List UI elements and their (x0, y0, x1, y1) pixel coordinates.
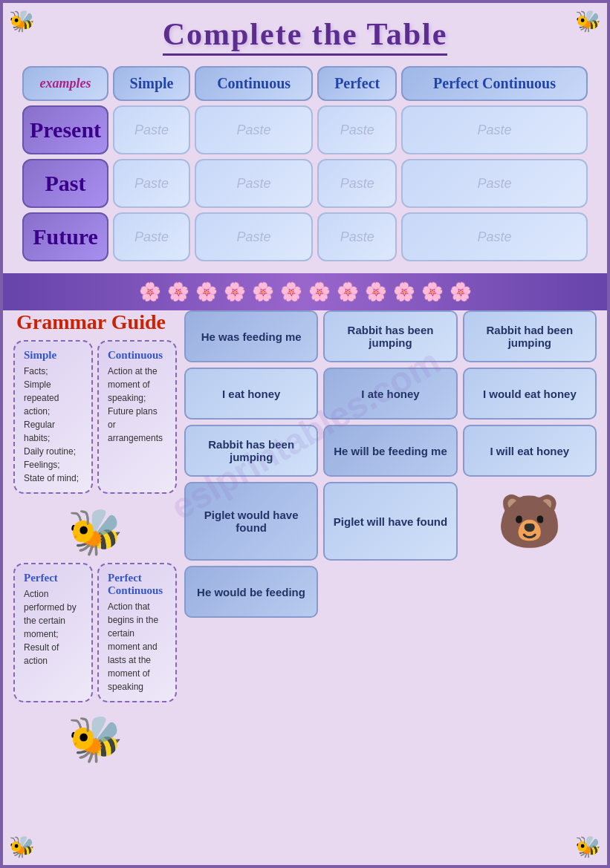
bee-icon-bl: 🐝 (9, 835, 35, 859)
bee-icon-tr: 🐝 (575, 9, 601, 33)
main-table: examples Simple Continuous Perfect Perfe… (18, 62, 592, 266)
grid-tile-9[interactable]: Piglet would have found (184, 482, 318, 561)
grid-tile-0[interactable]: He was feeding me (184, 310, 318, 362)
perfect-box-title: Perfect (24, 572, 82, 584)
row-label-future: Future (22, 212, 108, 261)
grid-tile-5[interactable]: I would eat honey (463, 368, 597, 420)
flower-icon: 🌸 (252, 281, 274, 302)
flower-icon: 🌸 (337, 281, 359, 302)
bee-icon-tl: 🐝 (9, 9, 35, 33)
future-perfect-continuous-cell[interactable]: Paste (401, 212, 588, 261)
grid-tile-2[interactable]: Rabbit had been jumping (463, 310, 597, 362)
guide-box-continuous: Continuous Action at the moment of speak… (97, 340, 177, 494)
future-simple-cell[interactable]: Paste (113, 212, 190, 261)
grid-tile-4[interactable]: I ate honey (323, 368, 457, 420)
grid-tile-1[interactable]: Rabbit has been jumping (323, 310, 457, 362)
flower-icon: 🌸 (224, 281, 246, 302)
pooh-bear-cell: 🐻 (463, 482, 597, 561)
perfect-box-content: Action performed by the certain moment;R… (24, 587, 82, 668)
past-continuous-cell[interactable]: Paste (195, 159, 313, 208)
present-simple-cell[interactable]: Paste (113, 105, 190, 154)
grid-tile-7[interactable]: He will be feeding me (323, 425, 457, 477)
present-perfect-cell[interactable]: Paste (317, 105, 397, 154)
examples-label: examples (22, 66, 108, 101)
present-continuous-cell[interactable]: Paste (195, 105, 313, 154)
title-section: Complete the Table (3, 3, 607, 62)
flower-icon: 🌸 (421, 281, 444, 302)
flower-icon: 🌸 (450, 281, 472, 302)
bee-icon-br: 🐝 (575, 835, 601, 859)
flower-icon: 🌸 (167, 281, 189, 302)
present-perfect-continuous-cell[interactable]: Paste (401, 105, 588, 154)
grammar-section: Grammar Guide Simple Facts;Simple repeat… (3, 310, 607, 780)
past-perfect-continuous-cell[interactable]: Paste (401, 159, 588, 208)
perfect-continuous-box-content: Action that begins in the certain moment… (108, 600, 166, 694)
guide-box-perfect: Perfect Action performed by the certain … (13, 563, 93, 702)
future-continuous-cell[interactable]: Paste (195, 212, 313, 261)
flower-icon: 🌸 (139, 281, 161, 302)
grid-tile-12[interactable]: He would be feeding (184, 566, 318, 618)
grammar-grid: He was feeding me Rabbit has been jumpin… (184, 310, 597, 561)
bee-character-image: 🐝 (13, 506, 177, 558)
future-perfect-cell[interactable]: Paste (317, 212, 397, 261)
top-table-wrapper: examples Simple Continuous Perfect Perfe… (3, 62, 607, 273)
header-continuous: Continuous (195, 66, 313, 101)
row-label-present: Present (22, 105, 108, 154)
grid-tile-10[interactable]: Piglet will have found (323, 482, 457, 561)
header-simple: Simple (113, 66, 190, 101)
guide-box-perfect-continuous: Perfect Continuous Action that begins in… (97, 563, 177, 702)
continuous-box-title: Continuous (108, 349, 166, 362)
grammar-guide-title: Grammar Guide (13, 310, 177, 334)
flower-icon: 🌸 (195, 281, 218, 302)
header-perfect: Perfect (317, 66, 397, 101)
guide-box-simple: Simple Facts;Simple repeated action;Regu… (13, 340, 93, 494)
flower-icon: 🌸 (393, 281, 415, 302)
page-title: Complete the Table (163, 16, 448, 56)
row-label-past: Past (22, 159, 108, 208)
bee-character-image-2: 🐝 (13, 713, 177, 766)
grammar-left: Grammar Guide Simple Facts;Simple repeat… (13, 310, 177, 770)
grid-tile-6[interactable]: Rabbit has been jumping (184, 425, 318, 477)
perfect-continuous-box-title: Perfect Continuous (108, 572, 166, 597)
simple-box-content: Facts;Simple repeated action;Regular hab… (24, 365, 82, 485)
past-simple-cell[interactable]: Paste (113, 159, 190, 208)
empty-space (323, 566, 597, 618)
grid-tile-3[interactable]: I eat honey (184, 368, 318, 420)
header-perfect-continuous: Perfect Continuous (401, 66, 588, 101)
grammar-right: He was feeding me Rabbit has been jumpin… (184, 310, 597, 770)
flower-divider: 🌸 🌸 🌸 🌸 🌸 🌸 🌸 🌸 🌸 🌸 🌸 🌸 (3, 273, 607, 310)
flower-icon: 🌸 (280, 281, 302, 302)
flower-icon: 🌸 (308, 281, 331, 302)
simple-box-title: Simple (24, 349, 82, 362)
continuous-box-content: Action at the moment of speaking;Future … (108, 365, 166, 445)
past-perfect-cell[interactable]: Paste (317, 159, 397, 208)
flower-icon: 🌸 (365, 281, 387, 302)
grid-tile-8[interactable]: I will eat honey (463, 425, 597, 477)
